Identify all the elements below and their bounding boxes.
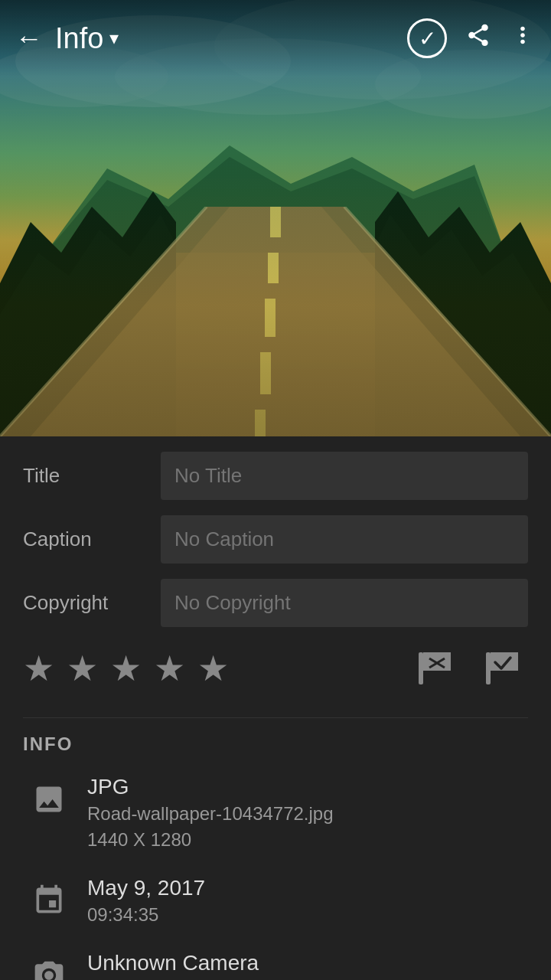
dropdown-arrow-icon[interactable]: ▾ — [109, 28, 119, 49]
caption-label: Caption — [23, 528, 161, 551]
more-options-icon[interactable] — [510, 22, 536, 54]
svg-marker-21 — [423, 652, 451, 671]
image-icon — [23, 773, 75, 825]
flag-buttons — [409, 642, 528, 694]
caption-input[interactable] — [161, 515, 528, 564]
star-4[interactable]: ★ — [154, 648, 185, 689]
camera-name: Unknown Camera — [87, 949, 259, 977]
copyright-field-row: Copyright — [23, 579, 528, 627]
svg-rect-24 — [486, 652, 491, 684]
copyright-label: Copyright — [23, 591, 161, 615]
date-time: 09:34:35 — [87, 902, 205, 928]
star-5[interactable]: ★ — [197, 648, 229, 689]
title-field-row: Title — [23, 452, 528, 500]
file-format: JPG — [87, 773, 334, 801]
camera-icon — [23, 949, 75, 980]
header-title: Info — [55, 22, 103, 55]
star-3[interactable]: ★ — [110, 648, 142, 689]
reject-flag-button[interactable] — [409, 642, 461, 694]
title-container: Info ▾ — [55, 22, 407, 55]
jpg-info-item: JPG Road-wallpaper-10434772.jpg 1440 X 1… — [23, 773, 528, 853]
header-actions: ✓ — [407, 18, 536, 58]
date-info-content: May 9, 2017 09:34:35 — [87, 874, 205, 928]
check-icon: ✓ — [419, 26, 436, 51]
rating-row: ★ ★ ★ ★ ★ — [23, 642, 528, 694]
calendar-icon — [23, 874, 75, 926]
info-section-label: INFO — [23, 733, 528, 755]
camera-info-content: Unknown Camera Unknown Lens — [87, 949, 259, 980]
copyright-input[interactable] — [161, 579, 528, 627]
star-2[interactable]: ★ — [67, 648, 98, 689]
divider — [23, 717, 528, 718]
title-input[interactable] — [161, 452, 528, 500]
header: ← Info ▾ ✓ — [0, 0, 551, 77]
info-panel: Title Caption Copyright ★ ★ ★ ★ ★ — [0, 436, 551, 980]
lens-name: Unknown Lens — [87, 977, 259, 980]
svg-rect-20 — [419, 652, 423, 684]
title-label: Title — [23, 464, 161, 488]
back-button[interactable]: ← — [15, 22, 43, 54]
checkmark-button[interactable]: ✓ — [407, 18, 447, 58]
jpg-info-content: JPG Road-wallpaper-10434772.jpg 1440 X 1… — [87, 773, 334, 853]
camera-info-item: Unknown Camera Unknown Lens — [23, 949, 528, 980]
file-dimensions: 1440 X 1280 — [87, 827, 334, 853]
star-1[interactable]: ★ — [23, 648, 54, 689]
pick-flag-button[interactable] — [476, 642, 528, 694]
date-primary: May 9, 2017 — [87, 874, 205, 902]
file-name: Road-wallpaper-10434772.jpg — [87, 801, 334, 827]
date-info-item: May 9, 2017 09:34:35 — [23, 874, 528, 928]
caption-field-row: Caption — [23, 515, 528, 564]
share-icon[interactable] — [465, 22, 491, 54]
